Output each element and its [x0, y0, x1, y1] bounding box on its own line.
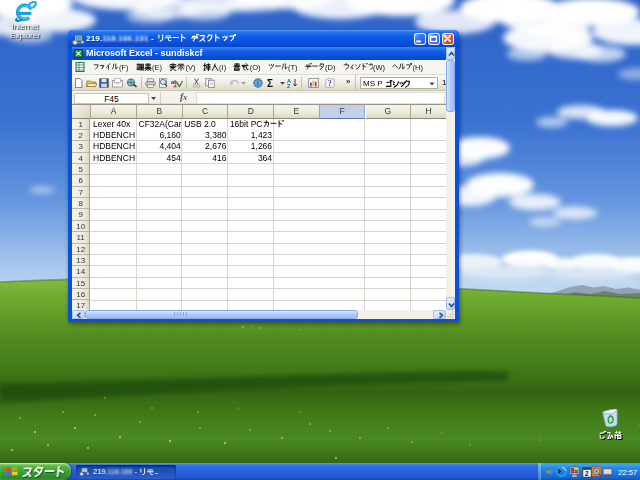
- svg-text:?: ?: [328, 79, 332, 88]
- svg-text:2: 2: [585, 469, 589, 476]
- svg-text:ab: ab: [171, 79, 178, 85]
